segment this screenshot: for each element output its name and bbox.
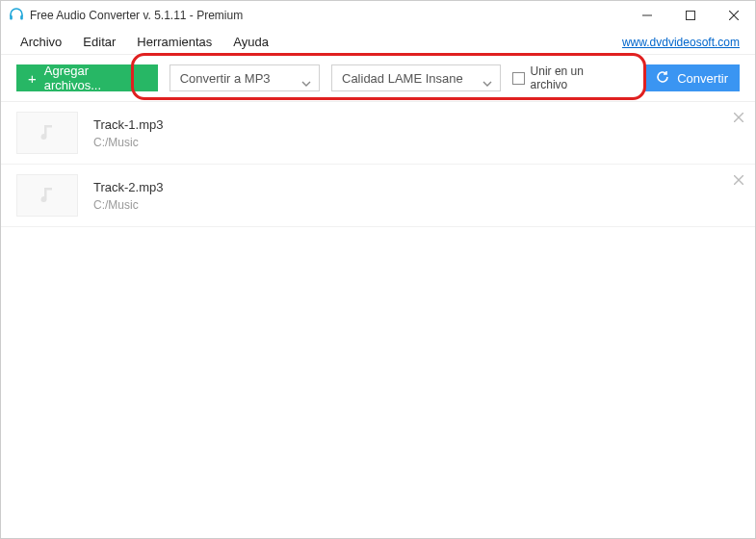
site-link[interactable]: www.dvdvideosoft.com <box>622 36 743 49</box>
window-title: Free Audio Converter v. 5.1.11 - Premium <box>30 9 625 22</box>
file-name: Track-1.mp3 <box>93 117 740 132</box>
svg-rect-0 <box>10 15 13 20</box>
file-row[interactable]: Track-1.mp3 C:/Music <box>1 102 755 165</box>
toolbar: + Agregar archivos... Convertir a MP3 Ca… <box>1 55 755 101</box>
merge-checkbox[interactable] <box>512 72 525 85</box>
close-button[interactable] <box>712 1 755 30</box>
add-files-button[interactable]: + Agregar archivos... <box>16 64 158 91</box>
file-thumbnail <box>16 174 78 217</box>
format-dropdown[interactable]: Convertir a MP3 <box>169 64 320 91</box>
music-note-icon <box>37 184 58 208</box>
maximize-button[interactable] <box>668 1 712 30</box>
file-path: C:/Music <box>93 198 740 212</box>
chevron-down-icon <box>301 75 311 81</box>
title-bar: Free Audio Converter v. 5.1.11 - Premium <box>1 1 755 30</box>
convert-label: Convertir <box>677 71 728 86</box>
merge-label: Unir en un archivo <box>531 64 622 91</box>
file-info: Track-2.mp3 C:/Music <box>93 180 740 212</box>
app-headphones-icon <box>9 7 24 25</box>
remove-file-button[interactable] <box>734 172 743 188</box>
svg-rect-3 <box>686 12 694 20</box>
chevron-down-icon <box>482 75 492 81</box>
file-list: Track-1.mp3 C:/Music Track-2.mp3 C:/Musi… <box>1 101 755 227</box>
file-path: C:/Music <box>93 136 740 149</box>
merge-checkbox-row[interactable]: Unir en un archivo <box>512 64 621 91</box>
remove-file-button[interactable] <box>734 110 743 125</box>
menu-herramientas[interactable]: Herramientas <box>129 35 225 49</box>
plus-icon: + <box>28 71 37 86</box>
menu-editar[interactable]: Editar <box>75 35 129 49</box>
menu-ayuda[interactable]: Ayuda <box>225 35 282 49</box>
file-thumbnail <box>16 112 78 154</box>
window-controls <box>625 1 755 30</box>
convert-button[interactable]: Convertir <box>644 64 740 91</box>
add-files-label: Agregar archivos... <box>44 64 146 92</box>
refresh-icon <box>656 70 669 87</box>
quality-dropdown[interactable]: Calidad LAME Insane <box>331 64 501 91</box>
music-note-icon <box>37 121 58 145</box>
file-info: Track-1.mp3 C:/Music <box>93 117 740 149</box>
format-selected: Convertir a MP3 <box>180 71 271 86</box>
file-row[interactable]: Track-2.mp3 C:/Music <box>1 165 755 227</box>
svg-rect-1 <box>20 15 23 20</box>
minimize-button[interactable] <box>625 1 668 30</box>
menu-archivo[interactable]: Archivo <box>13 35 75 49</box>
menu-bar: Archivo Editar Herramientas Ayuda www.dv… <box>1 30 755 55</box>
file-name: Track-2.mp3 <box>93 180 740 194</box>
quality-selected: Calidad LAME Insane <box>342 71 463 86</box>
